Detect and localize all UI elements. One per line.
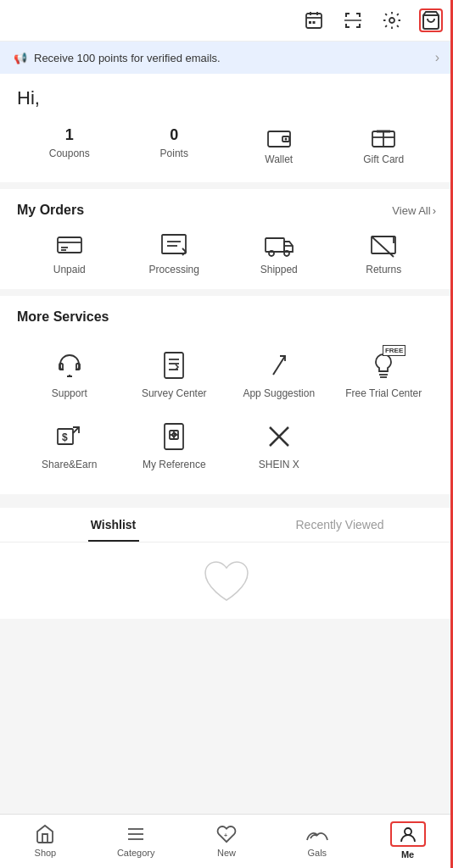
nav-gals[interactable]: Gals xyxy=(271,823,362,858)
tab-recently-viewed[interactable]: Recently Viewed xyxy=(226,508,453,542)
svg-point-25 xyxy=(284,251,289,256)
speaker-icon: 📢 xyxy=(14,52,27,64)
new-icon: + xyxy=(216,823,237,845)
services-grid: Support Survey Center xyxy=(17,338,436,481)
nav-shop[interactable]: Shop xyxy=(0,823,91,858)
my-reference-icon: ✱ xyxy=(157,420,191,453)
top-toolbar xyxy=(0,0,453,42)
giftcard-icon xyxy=(372,126,395,150)
svg-line-35 xyxy=(273,356,285,375)
divider-3 xyxy=(0,494,453,501)
service-survey-center[interactable]: Survey Center xyxy=(122,338,227,409)
order-returns[interactable]: Returns xyxy=(332,231,437,275)
service-share-earn[interactable]: $ Share&Earn xyxy=(17,409,122,481)
order-shipped[interactable]: Shipped xyxy=(226,231,332,275)
orders-header: My Orders View All › xyxy=(17,203,436,218)
calendar-icon[interactable] xyxy=(302,8,326,32)
my-reference-label: My Reference xyxy=(143,459,206,470)
gals-icon xyxy=(305,823,329,845)
shein-x-icon xyxy=(262,420,296,453)
survey-center-icon xyxy=(157,348,191,382)
support-icon xyxy=(53,348,87,382)
returns-icon xyxy=(368,231,399,259)
promo-banner[interactable]: 📢 Receive 100 points for verified emails… xyxy=(0,42,453,74)
divider-2 xyxy=(0,289,453,296)
nav-me-icon-wrapper xyxy=(390,821,426,847)
app-suggestion-label: App Suggestion xyxy=(243,387,315,399)
unpaid-icon xyxy=(54,231,85,259)
shopping-bag-icon[interactable] xyxy=(419,8,443,32)
tab-wishlist[interactable]: Wishlist xyxy=(0,508,226,542)
services-header: More Services xyxy=(17,309,436,325)
svg-line-40 xyxy=(73,427,79,433)
coupons-value: 1 xyxy=(65,126,74,144)
free-trial-label: Free Trial Center xyxy=(345,387,422,399)
bottom-nav: Shop Category + New xyxy=(0,814,453,868)
empty-wishlist-icon xyxy=(201,559,252,602)
wishlist-content xyxy=(0,542,453,619)
share-earn-label: Share&Earn xyxy=(42,459,97,470)
svg-rect-23 xyxy=(266,238,284,252)
shipped-label: Shipped xyxy=(260,264,298,275)
returns-label: Returns xyxy=(366,264,401,275)
nav-new-label: New xyxy=(217,848,236,858)
nav-me-label: Me xyxy=(401,849,414,860)
wallet-stat[interactable]: Wallet xyxy=(226,126,332,165)
nav-shop-label: Shop xyxy=(35,848,57,858)
nav-category-label: Category xyxy=(117,848,155,858)
greeting: Hi, xyxy=(17,87,436,109)
me-icon xyxy=(399,825,417,843)
coupons-stat[interactable]: 1 Coupons xyxy=(17,126,122,159)
svg-text:$: $ xyxy=(62,431,68,443)
svg-text:+: + xyxy=(224,832,227,838)
view-all-button[interactable]: View All › xyxy=(392,204,436,217)
bottom-spacer xyxy=(0,619,453,687)
service-free-trial[interactable]: FREE Free Trial Center xyxy=(332,338,437,409)
banner-text: Receive 100 points for verified emails. xyxy=(34,52,221,64)
processing-label: Processing xyxy=(149,264,199,275)
my-orders-section: My Orders View All › Unpaid xyxy=(0,189,453,289)
free-badge-label: FREE xyxy=(383,345,405,356)
nav-me[interactable]: Me xyxy=(362,821,453,860)
nav-new[interactable]: + New xyxy=(182,823,272,858)
order-unpaid[interactable]: Unpaid xyxy=(17,231,122,275)
services-title: More Services xyxy=(17,309,109,325)
wallet-label: Wallet xyxy=(265,153,293,165)
svg-point-54 xyxy=(405,828,411,835)
app-suggestion-icon xyxy=(262,348,296,382)
svg-point-24 xyxy=(269,251,274,256)
giftcard-stat[interactable]: Gift Card xyxy=(332,126,437,165)
more-services-section: More Services Support xyxy=(0,296,453,494)
shop-icon xyxy=(35,823,55,845)
points-stat[interactable]: 0 Points xyxy=(122,126,227,159)
service-support[interactable]: Support xyxy=(17,338,122,409)
svg-rect-4 xyxy=(309,21,311,24)
svg-point-11 xyxy=(284,138,287,141)
svg-rect-31 xyxy=(165,353,183,378)
service-shein-x[interactable]: SHEIN X xyxy=(226,409,332,481)
svg-point-7 xyxy=(389,18,394,23)
order-processing[interactable]: Processing xyxy=(122,231,227,275)
free-trial-icon: FREE xyxy=(366,348,400,382)
support-label: Support xyxy=(52,387,87,399)
orders-grid: Unpaid Processing xyxy=(17,231,436,275)
orders-title: My Orders xyxy=(17,203,84,218)
wishlist-tabs: Wishlist Recently Viewed xyxy=(0,508,453,542)
service-my-reference[interactable]: ✱ My Reference xyxy=(122,409,227,481)
settings-icon[interactable] xyxy=(380,8,404,32)
main-content: Hi, 1 Coupons 0 Points Wallet xyxy=(0,74,453,182)
unpaid-label: Unpaid xyxy=(53,264,86,275)
wallet-icon xyxy=(267,126,291,150)
survey-center-label: Survey Center xyxy=(142,387,207,399)
wishlist-section: Wishlist Recently Viewed xyxy=(0,508,453,619)
svg-rect-5 xyxy=(313,21,316,24)
scan-icon[interactable] xyxy=(341,8,365,32)
category-icon xyxy=(126,823,146,845)
divider-1 xyxy=(0,182,453,189)
svg-text:✱: ✱ xyxy=(172,431,177,437)
nav-category[interactable]: Category xyxy=(91,823,182,858)
svg-rect-0 xyxy=(306,14,322,28)
points-label: Points xyxy=(160,147,188,159)
service-app-suggestion[interactable]: App Suggestion xyxy=(226,338,332,409)
share-earn-icon: $ xyxy=(53,420,87,453)
